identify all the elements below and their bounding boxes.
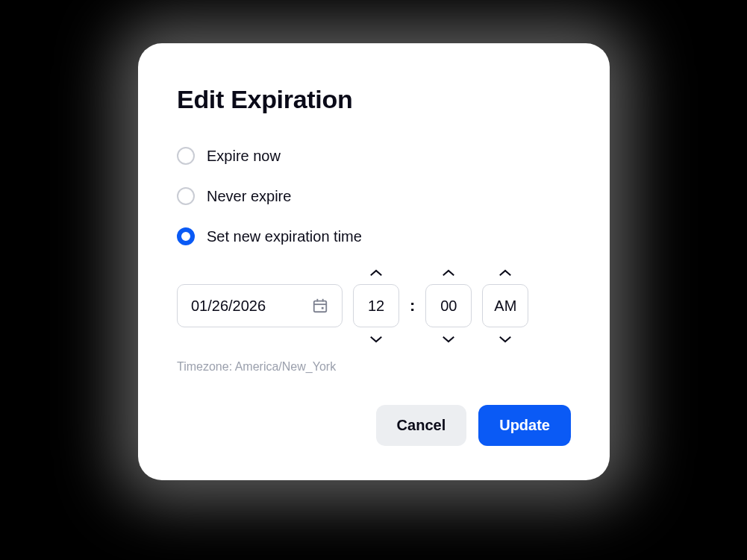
chevron-down-icon [369,335,383,343]
edit-expiration-dialog: Edit Expiration Expire now Never expire … [138,43,610,480]
hour-up-button[interactable] [369,268,384,278]
chevron-up-icon [442,269,455,277]
hour-down-button[interactable] [369,333,384,344]
dialog-actions: Cancel Update [177,405,571,446]
calendar-icon [312,298,328,314]
option-label: Expire now [207,148,281,165]
hour-stepper: 12 [353,268,399,344]
period-input[interactable]: AM [482,284,528,327]
update-button[interactable]: Update [478,405,571,446]
expiration-options: Expire now Never expire Set new expirati… [177,147,571,245]
svg-rect-4 [322,307,324,309]
date-value: 01/26/2026 [191,298,266,315]
option-set-new-expiration[interactable]: Set new expiration time [177,227,571,245]
datetime-picker: 01/26/2026 12 : 00 [177,268,571,344]
minute-down-button[interactable] [441,333,456,344]
chevron-down-icon [498,335,512,343]
period-stepper: AM [482,268,528,344]
time-separator: : [410,296,415,315]
period-up-button[interactable] [498,268,513,278]
dialog-title: Edit Expiration [177,85,571,114]
minute-up-button[interactable] [441,268,456,278]
svg-rect-0 [314,301,327,312]
hour-input[interactable]: 12 [353,284,399,327]
option-never-expire[interactable]: Never expire [177,187,571,205]
date-input[interactable]: 01/26/2026 [177,284,343,327]
minute-stepper: 00 [425,268,472,344]
option-expire-now[interactable]: Expire now [177,147,571,165]
cancel-button[interactable]: Cancel [376,405,467,446]
radio-icon [177,187,195,205]
option-label: Set new expiration time [207,228,362,245]
chevron-up-icon [369,269,383,277]
timezone-label: Timezone: America/New_York [177,360,571,374]
option-label: Never expire [207,188,291,205]
chevron-up-icon [498,269,512,277]
radio-icon-selected [177,227,195,245]
radio-icon [177,147,195,165]
minute-input[interactable]: 00 [425,284,472,327]
period-down-button[interactable] [498,333,513,344]
chevron-down-icon [442,335,455,343]
